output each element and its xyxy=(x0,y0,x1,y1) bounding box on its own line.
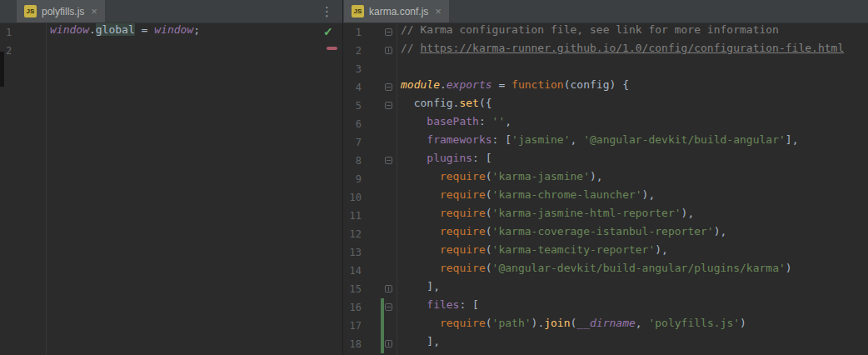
code-text[interactable]: require('karma-jasmine'), xyxy=(397,170,603,188)
code-token[interactable]: ( xyxy=(486,317,492,329)
code-line[interactable]: 15 ], xyxy=(343,280,868,298)
code-token[interactable]: require xyxy=(440,207,486,219)
code-token[interactable]: config. xyxy=(401,97,459,109)
code-token[interactable]: ) xyxy=(786,262,792,274)
code-token[interactable]: ( xyxy=(486,207,492,219)
code-token[interactable] xyxy=(401,170,440,182)
code-token[interactable]: files xyxy=(427,298,459,311)
code-token[interactable]: : xyxy=(479,115,492,128)
code-line[interactable]: 18 ], xyxy=(343,335,868,353)
tab-karma-conf-js[interactable]: JS karma.conf.js × xyxy=(344,0,449,22)
code-token[interactable]: join xyxy=(544,317,570,329)
code-token[interactable]: global xyxy=(96,23,135,36)
code-token[interactable]: . xyxy=(89,23,96,36)
code-token[interactable]: ( xyxy=(486,170,492,182)
more-options-icon[interactable]: ⋮ xyxy=(312,5,342,18)
vcs-added-bar[interactable] xyxy=(381,335,384,353)
vcs-added-bar[interactable] xyxy=(381,317,384,335)
code-token[interactable]: module xyxy=(401,78,440,91)
code-token[interactable]: 'polyfills.js' xyxy=(648,317,740,329)
code-text[interactable]: // Karma configuration file, see link fo… xyxy=(397,23,779,42)
code-token[interactable]: frameworks xyxy=(427,133,491,146)
code-token[interactable] xyxy=(401,188,440,201)
code-text[interactable]: require('path').join(__dirname, 'polyfil… xyxy=(397,317,746,335)
code-text[interactable]: files: [ xyxy=(397,298,479,317)
code-token[interactable] xyxy=(401,298,427,311)
code-text[interactable]: plugins: [ xyxy=(397,152,492,170)
code-line[interactable]: 14 require('@angular-devkit/build-angula… xyxy=(343,262,868,280)
code-token[interactable]: https://karma-runner.github.io/1.0/confi… xyxy=(420,42,844,54)
code-line[interactable]: 4module.exports = function(config) { xyxy=(343,78,868,97)
code-token[interactable]: window xyxy=(154,23,193,36)
code-token[interactable]: require xyxy=(440,317,486,329)
code-token[interactable] xyxy=(401,152,427,164)
code-token[interactable]: ), xyxy=(590,170,603,182)
code-line[interactable]: 1// Karma configuration file, see link f… xyxy=(343,23,868,42)
code-text[interactable]: require('karma-coverage-istanbul-reporte… xyxy=(397,225,726,243)
code-token[interactable]: ], xyxy=(401,280,440,292)
code-token[interactable] xyxy=(401,115,427,128)
code-token[interactable] xyxy=(401,133,427,146)
code-line[interactable]: 6 basePath: '', xyxy=(343,115,868,133)
code-token[interactable]: 'path' xyxy=(492,317,531,329)
code-line[interactable]: 5 config.set({ xyxy=(343,97,868,115)
code-token[interactable]: = xyxy=(492,78,511,91)
fold-start-icon[interactable] xyxy=(385,102,392,109)
code-token[interactable]: ( xyxy=(486,262,492,274)
fold-end-icon[interactable] xyxy=(385,285,392,292)
code-token[interactable]: , xyxy=(571,133,584,146)
code-token[interactable]: require xyxy=(440,262,486,274)
code-text[interactable]: require('karma-chrome-launcher'), xyxy=(397,188,655,207)
code-line[interactable]: 13 require('karma-teamcity-reporter'), xyxy=(343,243,868,262)
code-token[interactable]: require xyxy=(440,188,486,201)
vcs-added-bar[interactable] xyxy=(381,298,384,317)
code-editor-karma-conf[interactable]: 1// Karma configuration file, see link f… xyxy=(343,23,868,355)
code-token[interactable]: // xyxy=(401,42,420,54)
code-token[interactable]: require xyxy=(440,243,486,256)
code-token[interactable]: basePath xyxy=(427,115,479,128)
code-token[interactable]: ({ xyxy=(479,97,492,109)
code-token[interactable]: ), xyxy=(655,243,668,256)
code-line[interactable]: 10 require('karma-chrome-launcher'), xyxy=(343,188,868,207)
code-token[interactable]: '@angular-devkit/build-angular' xyxy=(583,133,786,146)
fold-start-icon[interactable] xyxy=(385,28,392,36)
code-line[interactable]: 12 require('karma-coverage-istanbul-repo… xyxy=(343,225,868,243)
code-token[interactable] xyxy=(401,243,440,256)
code-token[interactable]: // Karma configuration file, see link fo… xyxy=(401,23,779,36)
fold-end-icon[interactable] xyxy=(385,340,392,348)
code-token[interactable] xyxy=(401,317,440,329)
code-editor-polyfills[interactable]: 1window.global = window;2 xyxy=(0,23,342,355)
code-token[interactable]: : [ xyxy=(459,298,478,311)
code-token[interactable]: 'jasmine' xyxy=(511,133,570,146)
fold-end-icon[interactable] xyxy=(385,47,392,54)
code-token[interactable]: 'karma-jasmine-html-reporter' xyxy=(492,207,681,219)
code-token[interactable]: : [ xyxy=(472,152,491,164)
code-token[interactable]: ; xyxy=(193,23,200,36)
code-token[interactable]: window xyxy=(50,23,89,36)
inspection-ok-icon[interactable]: ✓ xyxy=(323,25,333,38)
code-token[interactable] xyxy=(401,207,440,219)
code-line[interactable]: 7 frameworks: ['jasmine', '@angular-devk… xyxy=(343,133,868,152)
code-line[interactable]: 1window.global = window; xyxy=(0,23,342,42)
close-tab-icon[interactable]: × xyxy=(433,6,441,17)
code-line[interactable]: 2// https://karma-runner.github.io/1.0/c… xyxy=(343,42,868,60)
code-line[interactable]: 3 xyxy=(343,60,868,78)
code-token[interactable]: ) xyxy=(740,317,746,329)
code-token[interactable]: ). xyxy=(531,317,545,329)
code-token[interactable]: ), xyxy=(681,207,695,219)
code-line[interactable]: 17 require('path').join(__dirname, 'poly… xyxy=(343,317,868,335)
code-text[interactable]: config.set({ xyxy=(397,97,492,115)
code-text[interactable]: ], xyxy=(397,280,440,298)
code-token[interactable]: '' xyxy=(492,115,506,128)
code-token[interactable]: require xyxy=(440,225,486,238)
code-token[interactable]: = xyxy=(135,23,154,36)
code-token[interactable]: 'karma-coverage-istanbul-reporter' xyxy=(492,225,714,238)
fold-start-icon[interactable] xyxy=(385,157,392,164)
code-token[interactable]: 'karma-chrome-launcher' xyxy=(492,188,642,201)
fold-start-icon[interactable] xyxy=(385,83,392,91)
modified-stripe-marker[interactable] xyxy=(327,47,337,50)
code-token[interactable]: plugins xyxy=(427,152,472,164)
fold-start-icon[interactable] xyxy=(385,303,392,311)
code-token[interactable]: ], xyxy=(401,335,440,348)
code-text[interactable]: module.exports = function(config) { xyxy=(397,78,629,97)
